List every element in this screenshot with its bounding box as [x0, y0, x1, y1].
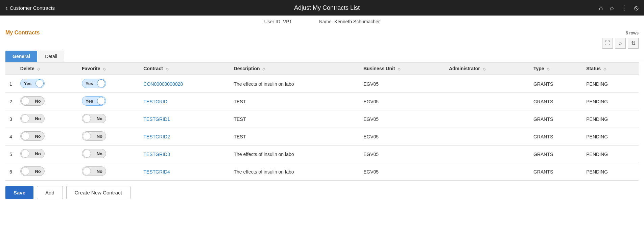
- cell-favorite: No: [78, 110, 139, 128]
- footer-bar: Save Add Create New Contract: [0, 181, 644, 205]
- back-icon: [5, 4, 8, 12]
- administrator-sort-icon: ◇: [483, 67, 485, 71]
- table-row: 6 No No TESTGRID4The effects of insulin …: [5, 163, 639, 181]
- delete-toggle-thumb: [21, 150, 29, 158]
- cell-row-num: 2: [5, 93, 16, 110]
- col-contract[interactable]: Contract ◇: [139, 62, 230, 75]
- filter-icon[interactable]: ⌕: [615, 38, 626, 49]
- table-row: 1 Yes Yes CON00000000028The effects of i…: [5, 75, 639, 93]
- favorite-toggle-thumb: [83, 132, 91, 140]
- delete-toggle-thumb: [21, 132, 29, 140]
- col-type[interactable]: Type ◇: [529, 62, 582, 75]
- favorite-toggle-thumb: [97, 79, 105, 87]
- table-header-row: Delete ◇ Favorite ◇ Contract ◇ Descripti…: [5, 62, 639, 75]
- cell-delete: No: [16, 128, 78, 146]
- delete-toggle-label: No: [35, 134, 41, 139]
- create-new-contract-button[interactable]: Create New Contract: [66, 186, 130, 199]
- delete-toggle[interactable]: No: [20, 149, 45, 158]
- add-button[interactable]: Add: [37, 186, 63, 199]
- delete-toggle-label: Yes: [24, 81, 31, 86]
- delete-toggle[interactable]: Yes: [20, 79, 45, 88]
- delete-toggle[interactable]: No: [20, 166, 45, 176]
- favorite-toggle-label: No: [97, 169, 102, 174]
- table-row: 5 No No TESTGRID3The effects of insulin …: [5, 146, 639, 163]
- tab-detail[interactable]: Detail: [38, 51, 64, 62]
- delete-toggle-label: No: [35, 116, 41, 121]
- name-value: Kenneth Schumacher: [334, 19, 380, 24]
- favorite-toggle[interactable]: No: [82, 149, 106, 158]
- cell-status: PENDING: [582, 146, 639, 163]
- cell-description: The effects of insulin on labo: [230, 75, 359, 93]
- contract-link[interactable]: TESTGRID1: [143, 116, 170, 122]
- favorite-sort-icon: ◇: [103, 67, 105, 71]
- cell-favorite: Yes: [78, 93, 139, 110]
- cell-contract: TESTGRID1: [139, 110, 230, 128]
- cell-business-unit: EGV05: [359, 75, 445, 93]
- cell-business-unit: EGV05: [359, 146, 445, 163]
- cell-administrator: [445, 163, 529, 181]
- more-options-icon[interactable]: ⋮: [621, 4, 627, 12]
- type-sort-icon: ◇: [547, 67, 549, 71]
- expand-icon[interactable]: ⛶: [602, 38, 613, 49]
- save-button[interactable]: Save: [5, 186, 33, 199]
- user-info-bar: User ID VP1 Name Kenneth Schumacher: [0, 16, 644, 27]
- user-id-label: User ID: [264, 19, 280, 24]
- contract-link[interactable]: TESTGRID: [143, 99, 167, 104]
- user-id-value: VP1: [283, 19, 292, 24]
- search-icon[interactable]: ⌕: [610, 4, 614, 12]
- home-icon[interactable]: ⌂: [599, 4, 603, 12]
- back-label: Customer Contracts: [10, 5, 55, 11]
- tab-general[interactable]: General: [5, 51, 37, 62]
- col-favorite[interactable]: Favorite ◇: [78, 62, 139, 75]
- favorite-toggle[interactable]: Yes: [82, 79, 106, 88]
- cell-row-num: 1: [5, 75, 16, 93]
- cell-contract: TESTGRID4: [139, 163, 230, 181]
- delete-toggle[interactable]: No: [20, 131, 45, 141]
- cell-delete: No: [16, 93, 78, 110]
- favorite-toggle-thumb: [83, 167, 91, 175]
- cell-delete: No: [16, 146, 78, 163]
- col-administrator[interactable]: Administrator ◇: [445, 62, 529, 75]
- header-icons: ⌂ ⌕ ⋮ ⦸: [599, 4, 639, 12]
- cell-status: PENDING: [582, 163, 639, 181]
- col-delete[interactable]: Delete ◇: [16, 62, 78, 75]
- favorite-toggle[interactable]: No: [82, 166, 106, 176]
- cell-type: GRANTS: [529, 93, 582, 110]
- table-row: 2 No Yes TESTGRIDTESTEGV05GRANTSPENDING: [5, 93, 639, 110]
- cell-description: The effects of insulin on labo: [230, 146, 359, 163]
- favorite-toggle[interactable]: No: [82, 114, 106, 123]
- favorite-toggle-thumb: [83, 150, 91, 158]
- cell-status: PENDING: [582, 75, 639, 93]
- favorite-toggle-label: No: [97, 134, 102, 139]
- cell-business-unit: EGV05: [359, 93, 445, 110]
- block-icon[interactable]: ⦸: [634, 4, 639, 12]
- delete-toggle[interactable]: No: [20, 114, 45, 123]
- table-row: 4 No No TESTGRID2TESTEGV05GRANTSPENDING: [5, 128, 639, 146]
- cell-business-unit: EGV05: [359, 163, 445, 181]
- cell-business-unit: EGV05: [359, 110, 445, 128]
- delete-toggle-label: No: [35, 99, 41, 104]
- cell-favorite: No: [78, 163, 139, 181]
- tab-bar: General Detail: [0, 51, 644, 62]
- back-button[interactable]: Customer Contracts: [5, 4, 55, 12]
- favorite-toggle[interactable]: Yes: [82, 96, 106, 106]
- cell-administrator: [445, 146, 529, 163]
- sort-icon[interactable]: ⇅: [628, 38, 639, 49]
- contract-link[interactable]: TESTGRID2: [143, 134, 170, 139]
- cell-contract: TESTGRID2: [139, 128, 230, 146]
- delete-toggle[interactable]: No: [20, 96, 45, 106]
- col-rownum: [5, 62, 16, 75]
- favorite-toggle[interactable]: No: [82, 131, 106, 141]
- contract-link[interactable]: CON00000000028: [143, 81, 183, 87]
- business-unit-sort-icon: ◇: [398, 67, 400, 71]
- delete-toggle-thumb: [21, 114, 29, 123]
- col-description[interactable]: Description ◇: [230, 62, 359, 75]
- cell-favorite: No: [78, 146, 139, 163]
- user-name-item: Name Kenneth Schumacher: [319, 19, 380, 24]
- col-business-unit[interactable]: Business Unit ◇: [359, 62, 445, 75]
- contract-link[interactable]: TESTGRID3: [143, 152, 170, 157]
- table-row: 3 No No TESTGRID1TESTEGV05GRANTSPENDING: [5, 110, 639, 128]
- contract-link[interactable]: TESTGRID4: [143, 169, 170, 175]
- col-status[interactable]: Status ◇: [582, 62, 639, 75]
- cell-administrator: [445, 93, 529, 110]
